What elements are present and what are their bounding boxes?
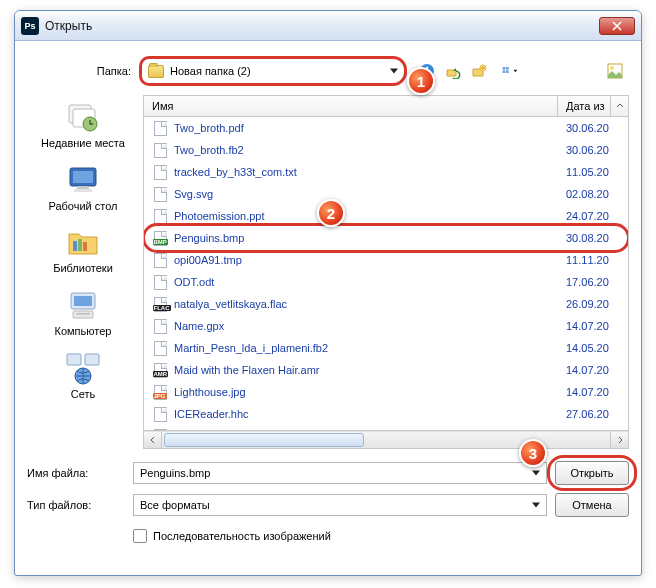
file-name-cell: ICEReader.hhc [144, 406, 558, 422]
file-row[interactable]: RARgallery_chertezhi_1.rar18.07.20 [144, 425, 628, 431]
svg-rect-12 [73, 171, 93, 183]
file-name: Svg.svg [174, 188, 213, 200]
file-name-cell: RARgallery_chertezhi_1.rar [144, 428, 558, 431]
file-name-cell: JPGLighthouse.jpg [144, 384, 558, 400]
place-network[interactable]: Сеть [27, 346, 139, 405]
file-row[interactable]: Svg.svg02.08.20 [144, 183, 628, 205]
file-date: 14.05.20 [558, 342, 628, 354]
file-icon: BMP [152, 230, 168, 246]
svg-rect-19 [74, 296, 92, 306]
folder-label: Папка: [27, 65, 139, 77]
file-icon [152, 164, 168, 180]
open-button[interactable]: Открыть [555, 461, 629, 485]
thumbnail-toggle-button[interactable] [605, 61, 625, 81]
file-row[interactable]: ICEReader.hhc27.06.20 [144, 403, 628, 425]
titlebar: Ps Открыть [15, 11, 641, 41]
open-dialog: Ps Открыть Папка: Новая папка (2) [14, 10, 642, 576]
cancel-button[interactable]: Отмена [555, 493, 629, 517]
svg-point-7 [610, 66, 614, 70]
desktop-icon [63, 162, 103, 198]
place-recent[interactable]: Недавние места [27, 95, 139, 154]
file-row[interactable]: Two_broth.fb230.06.20 [144, 139, 628, 161]
callout-badge-3: 3 [519, 439, 547, 467]
file-name: Photoemission.ppt [174, 210, 265, 222]
file-date: 14.07.20 [558, 364, 628, 376]
svg-rect-2 [503, 67, 506, 70]
file-row[interactable]: Photoemission.ppt24.07.20 [144, 205, 628, 227]
file-row[interactable]: FLACnatalya_vetlitskaya.flac26.09.20 [144, 293, 628, 315]
file-icon [152, 120, 168, 136]
chevron-down-icon [532, 503, 540, 508]
place-label: Недавние места [41, 137, 125, 150]
file-row[interactable]: JPGLighthouse.jpg14.07.20 [144, 381, 628, 403]
file-row[interactable]: Martin_Pesn_lda_i_plameni.fb214.05.20 [144, 337, 628, 359]
file-icon [152, 274, 168, 290]
file-row[interactable]: tracked_by_h33t_com.txt11.05.20 [144, 161, 628, 183]
close-button[interactable] [599, 17, 635, 35]
sequence-label: Последовательность изображений [153, 530, 331, 542]
file-name-cell: Name.gpx [144, 318, 558, 334]
file-icon: JPG [152, 384, 168, 400]
place-computer[interactable]: Компьютер [27, 283, 139, 342]
file-icon: RAR [152, 428, 168, 431]
file-name-cell: opi00A91.tmp [144, 252, 558, 268]
file-row[interactable]: opi00A91.tmp11.11.20 [144, 249, 628, 271]
place-desktop[interactable]: Рабочий стол [27, 158, 139, 217]
scroll-left-button[interactable] [144, 432, 162, 448]
svg-rect-22 [67, 354, 81, 365]
new-folder-button[interactable] [469, 61, 489, 81]
file-row[interactable]: AMRMaid with the Flaxen Hair.amr14.07.20 [144, 359, 628, 381]
file-name-cell: Photoemission.ppt [144, 208, 558, 224]
file-name: Maid with the Flaxen Hair.amr [174, 364, 320, 376]
folder-icon [148, 65, 164, 78]
scroll-right-button[interactable] [610, 432, 628, 448]
sequence-row: Последовательность изображений [133, 529, 629, 543]
file-header: Имя Дата из [143, 95, 629, 117]
file-name-cell: BMPPenguins.bmp [144, 230, 558, 246]
file-name: tracked_by_h33t_com.txt [174, 166, 297, 178]
file-date: 02.08.20 [558, 188, 628, 200]
folder-value: Новая папка (2) [170, 65, 388, 77]
header-chevron-icon[interactable] [610, 96, 628, 116]
file-name: Name.gpx [174, 320, 224, 332]
file-date: 24.07.20 [558, 210, 628, 222]
file-row[interactable]: Name.gpx14.07.20 [144, 315, 628, 337]
window-title: Открыть [45, 19, 599, 33]
nav-up-button[interactable] [443, 61, 463, 81]
svg-rect-16 [78, 239, 82, 251]
file-name-cell: tracked_by_h33t_com.txt [144, 164, 558, 180]
horizontal-scrollbar[interactable] [143, 431, 629, 449]
filetype-combo[interactable]: Все форматы [133, 494, 547, 516]
file-name: ODT.odt [174, 276, 214, 288]
scroll-thumb[interactable] [164, 433, 364, 447]
place-libraries[interactable]: Библиотеки [27, 220, 139, 279]
place-label: Компьютер [55, 325, 112, 338]
file-date: 26.09.20 [558, 298, 628, 310]
views-button[interactable] [495, 61, 525, 81]
place-label: Библиотеки [53, 262, 113, 275]
file-date: 30.08.20 [558, 232, 628, 244]
file-date: 17.06.20 [558, 276, 628, 288]
file-name-cell: Martin_Pesn_lda_i_plameni.fb2 [144, 340, 558, 356]
recent-icon [63, 99, 103, 135]
file-row[interactable]: Two_broth.pdf30.06.20 [144, 117, 628, 139]
file-row[interactable]: ODT.odt17.06.20 [144, 271, 628, 293]
file-icon [152, 186, 168, 202]
sequence-checkbox[interactable] [133, 529, 147, 543]
file-list[interactable]: Two_broth.pdf30.06.20Two_broth.fb230.06.… [143, 117, 629, 431]
file-name-cell: AMRMaid with the Flaxen Hair.amr [144, 362, 558, 378]
file-name: ICEReader.hhc [174, 408, 249, 420]
file-icon: FLAC [152, 296, 168, 312]
file-icon [152, 208, 168, 224]
file-row[interactable]: BMPPenguins.bmp30.08.20 [144, 227, 628, 249]
column-header-name[interactable]: Имя [144, 96, 558, 116]
svg-rect-21 [76, 313, 90, 315]
file-name-cell: FLACnatalya_vetlitskaya.flac [144, 296, 558, 312]
filename-label: Имя файла: [27, 467, 133, 479]
file-date: 11.05.20 [558, 166, 628, 178]
filetype-label: Тип файлов: [27, 499, 133, 511]
folder-combo[interactable]: Новая папка (2) [139, 56, 407, 86]
filename-input[interactable]: Penguins.bmp [133, 462, 547, 484]
file-name: natalya_vetlitskaya.flac [174, 298, 287, 310]
svg-rect-17 [83, 242, 87, 251]
